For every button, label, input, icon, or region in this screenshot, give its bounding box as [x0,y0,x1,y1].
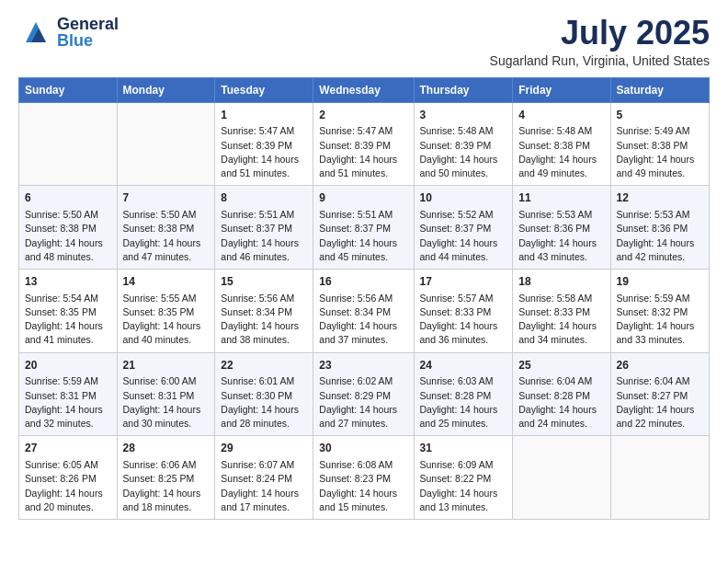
title-block: July 2025 Sugarland Run, Virginia, Unite… [490,15,710,68]
day-number: 14 [123,274,210,290]
day-info: Sunrise: 6:04 AMSunset: 8:27 PMDaylight:… [617,374,703,431]
day-number: 26 [617,358,703,373]
day-info: Sunrise: 5:54 AMSunset: 8:35 PMDaylight:… [25,292,111,348]
calendar-day-header: Sunday [19,77,118,102]
day-number: 11 [518,190,604,206]
calendar-cell: 24Sunrise: 6:03 AMSunset: 8:28 PMDayligh… [414,352,513,436]
calendar-cell: 9Sunrise: 5:51 AMSunset: 8:37 PMDaylight… [313,186,414,270]
logo: General Blue [18,15,119,50]
day-info: Sunrise: 5:56 AMSunset: 8:34 PMDaylight:… [319,292,407,348]
day-number: 23 [319,358,407,373]
calendar-cell: 29Sunrise: 6:07 AMSunset: 8:24 PMDayligh… [215,436,313,520]
day-info: Sunrise: 6:02 AMSunset: 8:29 PMDaylight:… [319,374,407,431]
calendar-cell: 17Sunrise: 5:57 AMSunset: 8:33 PMDayligh… [414,269,513,352]
calendar-cell: 6Sunrise: 5:50 AMSunset: 8:38 PMDaylight… [19,186,118,270]
day-info: Sunrise: 6:05 AMSunset: 8:26 PMDaylight:… [25,458,111,514]
calendar-header-row: SundayMondayTuesdayWednesdayThursdayFrid… [19,77,710,102]
calendar-cell: 7Sunrise: 5:50 AMSunset: 8:38 PMDaylight… [117,186,215,270]
calendar-day-header: Thursday [414,77,513,102]
calendar-cell: 12Sunrise: 5:53 AMSunset: 8:36 PMDayligh… [610,186,709,270]
day-info: Sunrise: 6:04 AMSunset: 8:28 PMDaylight:… [518,374,604,431]
day-info: Sunrise: 6:03 AMSunset: 8:28 PMDaylight:… [420,374,507,431]
calendar-cell: 5Sunrise: 5:49 AMSunset: 8:38 PMDaylight… [610,102,709,186]
day-info: Sunrise: 5:50 AMSunset: 8:38 PMDaylight:… [123,208,210,264]
calendar-cell: 11Sunrise: 5:53 AMSunset: 8:36 PMDayligh… [513,186,610,270]
calendar-cell: 21Sunrise: 6:00 AMSunset: 8:31 PMDayligh… [117,352,215,436]
day-info: Sunrise: 5:57 AMSunset: 8:33 PMDaylight:… [420,292,507,348]
calendar-day-header: Friday [513,77,610,102]
day-number: 20 [25,358,111,373]
calendar-cell [610,436,709,520]
day-info: Sunrise: 5:55 AMSunset: 8:35 PMDaylight:… [123,292,210,348]
month-title: July 2025 [490,15,710,52]
day-number: 17 [420,274,507,290]
day-info: Sunrise: 6:01 AMSunset: 8:30 PMDaylight:… [221,374,307,431]
calendar-cell: 14Sunrise: 5:55 AMSunset: 8:35 PMDayligh… [117,269,215,352]
calendar-cell: 13Sunrise: 5:54 AMSunset: 8:35 PMDayligh… [19,269,118,352]
day-number: 29 [221,441,307,456]
calendar-cell: 25Sunrise: 6:04 AMSunset: 8:28 PMDayligh… [513,352,610,436]
day-info: Sunrise: 6:09 AMSunset: 8:22 PMDaylight:… [420,458,507,514]
calendar-cell: 19Sunrise: 5:59 AMSunset: 8:32 PMDayligh… [610,269,709,352]
day-number: 4 [518,108,604,123]
calendar-cell: 4Sunrise: 5:48 AMSunset: 8:38 PMDaylight… [513,102,610,186]
calendar-cell: 31Sunrise: 6:09 AMSunset: 8:22 PMDayligh… [414,436,513,520]
day-number: 10 [420,190,507,206]
day-info: Sunrise: 5:49 AMSunset: 8:38 PMDaylight:… [617,124,703,180]
day-info: Sunrise: 5:51 AMSunset: 8:37 PMDaylight:… [319,208,407,264]
day-number: 6 [25,190,111,206]
day-number: 21 [123,358,210,373]
day-info: Sunrise: 5:58 AMSunset: 8:33 PMDaylight:… [518,292,604,348]
logo-general: General [57,16,119,32]
page: General Blue July 2025 Sugarland Run, Vi… [0,0,728,563]
day-info: Sunrise: 5:48 AMSunset: 8:39 PMDaylight:… [420,124,507,180]
calendar-week-row: 1Sunrise: 5:47 AMSunset: 8:39 PMDaylight… [19,102,710,186]
day-number: 16 [319,274,407,290]
calendar-week-row: 27Sunrise: 6:05 AMSunset: 8:26 PMDayligh… [19,436,710,520]
calendar-cell: 26Sunrise: 6:04 AMSunset: 8:27 PMDayligh… [610,352,709,436]
day-info: Sunrise: 5:59 AMSunset: 8:31 PMDaylight:… [25,374,111,431]
calendar-cell: 16Sunrise: 5:56 AMSunset: 8:34 PMDayligh… [313,269,414,352]
day-number: 30 [319,441,407,456]
calendar-cell: 2Sunrise: 5:47 AMSunset: 8:39 PMDaylight… [313,102,414,186]
logo-blue: Blue [57,32,119,49]
location: Sugarland Run, Virginia, United States [490,53,710,68]
calendar-cell: 23Sunrise: 6:02 AMSunset: 8:29 PMDayligh… [313,352,414,436]
day-number: 19 [617,274,703,290]
day-info: Sunrise: 6:08 AMSunset: 8:23 PMDaylight:… [319,458,407,514]
day-number: 5 [617,108,703,123]
day-info: Sunrise: 5:47 AMSunset: 8:39 PMDaylight:… [319,124,407,180]
day-number: 8 [221,190,307,206]
day-info: Sunrise: 6:06 AMSunset: 8:25 PMDaylight:… [123,458,210,514]
day-number: 24 [420,358,507,373]
day-info: Sunrise: 5:59 AMSunset: 8:32 PMDaylight:… [617,292,703,348]
calendar-cell: 15Sunrise: 5:56 AMSunset: 8:34 PMDayligh… [215,269,313,352]
calendar-cell: 3Sunrise: 5:48 AMSunset: 8:39 PMDaylight… [414,102,513,186]
day-number: 22 [221,358,307,373]
calendar-week-row: 13Sunrise: 5:54 AMSunset: 8:35 PMDayligh… [19,269,710,352]
calendar-cell [513,436,610,520]
logo-icon [18,15,53,50]
day-number: 1 [221,108,307,123]
day-number: 3 [420,108,507,123]
calendar-table: SundayMondayTuesdayWednesdayThursdayFrid… [18,77,710,520]
day-number: 28 [123,441,210,456]
calendar-cell: 28Sunrise: 6:06 AMSunset: 8:25 PMDayligh… [117,436,215,520]
calendar-day-header: Monday [117,77,215,102]
day-info: Sunrise: 5:53 AMSunset: 8:36 PMDaylight:… [518,208,604,264]
calendar-cell: 20Sunrise: 5:59 AMSunset: 8:31 PMDayligh… [19,352,118,436]
day-info: Sunrise: 5:50 AMSunset: 8:38 PMDaylight:… [25,208,111,264]
calendar-cell: 27Sunrise: 6:05 AMSunset: 8:26 PMDayligh… [19,436,118,520]
day-number: 12 [617,190,703,206]
day-info: Sunrise: 5:52 AMSunset: 8:37 PMDaylight:… [420,208,507,264]
day-number: 27 [25,441,111,456]
day-info: Sunrise: 5:56 AMSunset: 8:34 PMDaylight:… [221,292,307,348]
day-info: Sunrise: 5:53 AMSunset: 8:36 PMDaylight:… [617,208,703,264]
day-number: 31 [420,441,507,456]
day-info: Sunrise: 6:07 AMSunset: 8:24 PMDaylight:… [221,458,307,514]
day-info: Sunrise: 5:48 AMSunset: 8:38 PMDaylight:… [518,124,604,180]
logo-text: General Blue [57,16,119,49]
calendar-day-header: Wednesday [313,77,414,102]
day-number: 9 [319,190,407,206]
calendar-cell: 1Sunrise: 5:47 AMSunset: 8:39 PMDaylight… [215,102,313,186]
